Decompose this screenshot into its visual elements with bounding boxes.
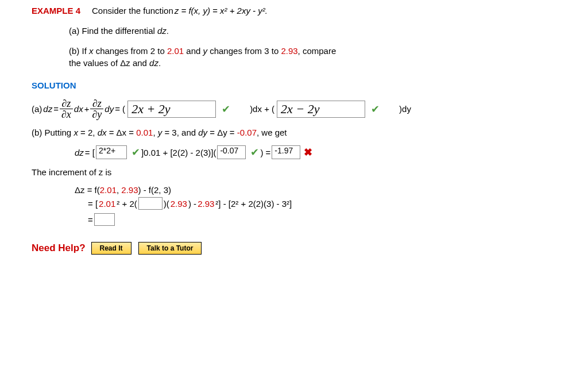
sol-b-mid1: , xyxy=(153,128,157,137)
need-help-label: Need Help? xyxy=(32,242,86,254)
solb2-mid1: ]0.01 + [2(2) - 2(3)]( xyxy=(141,148,216,157)
solb2-dz: dz xyxy=(75,148,84,157)
sol-b-x: x xyxy=(74,128,78,137)
read-it-button[interactable]: Read It xyxy=(91,242,131,255)
sol-b-post: , we get xyxy=(257,128,287,137)
sol-a-dy: dy xyxy=(105,104,114,114)
sol-b-v2: -0.07 xyxy=(237,128,257,137)
sol-a-eq2: = ( xyxy=(115,104,125,114)
solb2-eq: = [ xyxy=(85,148,95,157)
inc-l1r1: 2.01 xyxy=(100,185,117,195)
part-b-mid1: changes from 2 to xyxy=(94,46,167,56)
part-b-val2: 2.93 xyxy=(281,46,297,56)
frac2-den: ∂y xyxy=(90,109,103,120)
sol-b-eq1: = 2, xyxy=(78,128,98,137)
input-blank-1[interactable] xyxy=(138,197,163,210)
part-b-pre: (b) If xyxy=(69,46,89,56)
sol-b-dx: dx xyxy=(98,128,107,137)
check-icon: ✔ xyxy=(222,103,230,116)
inc-l2e: ²] - [2² + 2(2)(3) - 3²] xyxy=(215,199,292,209)
frac1-den: ∂x xyxy=(60,109,73,120)
inc-l1r2: 2.93 xyxy=(121,185,138,195)
inc-l2c: )( xyxy=(164,199,169,209)
input-dy-val[interactable]: -0.07 xyxy=(217,145,246,159)
part-a-text: (a) Find the differential xyxy=(69,26,157,36)
sol-a-dx: dx xyxy=(74,104,83,114)
fraction-dz-dy: ∂z ∂y xyxy=(90,98,103,120)
input-dzdy[interactable]: 2x − 2y xyxy=(277,101,365,118)
part-b-period: . xyxy=(158,58,161,68)
check-icon: ✔ xyxy=(250,146,259,159)
input-dzdx[interactable]: 2x + 2y xyxy=(127,101,216,118)
part-b-dz: dz xyxy=(149,58,158,68)
part-b-mid2: and xyxy=(184,46,203,56)
sol-b-eq4: = Δy = xyxy=(207,128,237,137)
inc-l2r3: 2.93 xyxy=(198,199,214,209)
example-label: EXAMPLE 4 xyxy=(32,6,80,16)
sol-a-lead: (a) xyxy=(32,104,42,114)
inc-l3: = xyxy=(88,215,93,225)
check-icon: ✔ xyxy=(371,103,380,116)
sol-a-end: )dy xyxy=(399,104,411,114)
sol-a-mid: )dx + ( xyxy=(250,104,274,114)
example-equation: z = f(x, y) = x² + 2xy - y². xyxy=(175,6,268,16)
part-b-line2: the values of Δz and xyxy=(69,58,149,68)
frac1-num: ∂z xyxy=(60,98,73,109)
inc-l2r2: 2.93 xyxy=(171,199,187,209)
input-result[interactable]: -1.97 xyxy=(272,145,300,159)
example-prompt: Consider the function xyxy=(92,6,173,16)
input-term1[interactable]: 2*2+ xyxy=(96,145,127,159)
solution-label: SOLUTION xyxy=(32,80,577,90)
inc-l2d: ) - xyxy=(188,199,196,209)
sol-a-plus: + xyxy=(84,104,90,114)
check-icon: ✔ xyxy=(131,146,140,159)
part-a-period: . xyxy=(167,26,169,36)
sol-a-eq: = xyxy=(53,104,59,114)
inc-l1a: Δz = f( xyxy=(75,185,100,195)
sol-b-eq2: = Δx = xyxy=(107,128,137,137)
input-blank-2[interactable] xyxy=(94,213,115,226)
part-b-post: , compare xyxy=(298,46,336,56)
fraction-dz-dx: ∂z ∂x xyxy=(60,98,73,120)
inc-l1c: ) - f(2, 3) xyxy=(138,185,172,195)
solb2-mid2: ) = xyxy=(260,148,270,157)
part-b-val1: 2.01 xyxy=(167,46,184,56)
inc-l2a: = [ xyxy=(88,199,98,209)
sol-a-dz: dz xyxy=(43,104,52,114)
part-b-x: x xyxy=(89,46,94,56)
part-b-mid3: changes from 3 to xyxy=(207,46,281,56)
sol-b-pre: (b) Putting xyxy=(32,128,74,137)
cross-icon: ✖ xyxy=(304,146,312,159)
sol-b-eq3: = 3, and xyxy=(162,128,198,137)
inc-l2b: ² + 2( xyxy=(117,199,137,209)
talk-to-tutor-button[interactable]: Talk to a Tutor xyxy=(138,242,202,255)
part-b-y: y xyxy=(203,46,208,56)
part-a-dz: dz xyxy=(157,26,167,36)
frac2-num: ∂z xyxy=(90,98,103,109)
sol-b-dy: dy xyxy=(198,128,207,137)
increment-label: The increment of z is xyxy=(32,167,577,177)
inc-l2r1: 2.01 xyxy=(99,199,115,209)
sol-b-v1: 0.01 xyxy=(136,128,153,137)
